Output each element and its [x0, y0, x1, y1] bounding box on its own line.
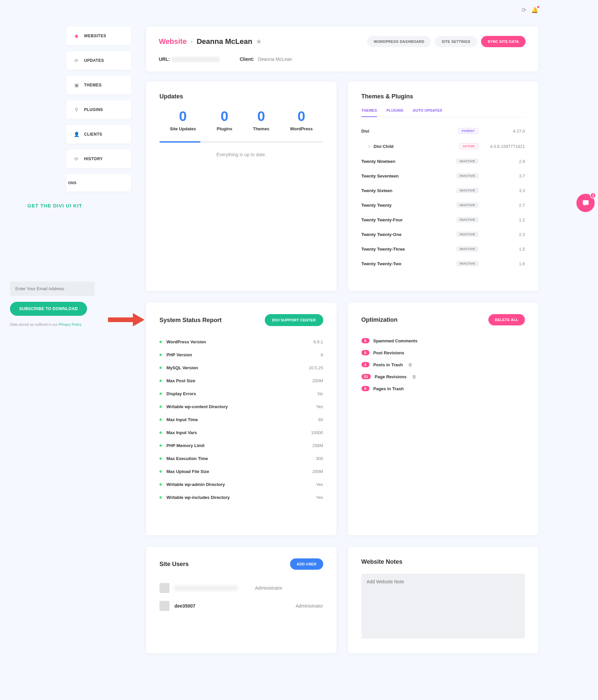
optimization-row: 0Pages in Trash: [361, 382, 525, 395]
sidebar-item-label: THEMES: [84, 83, 102, 88]
avatar: [159, 601, 170, 611]
optimization-title: Optimization: [361, 317, 398, 323]
status-name: PHP Version: [166, 352, 320, 357]
status-dot-icon: [159, 470, 162, 473]
stat-number: 0: [253, 108, 269, 124]
breadcrumb-root[interactable]: Website: [159, 37, 187, 46]
status-name: WordPress Version: [166, 340, 314, 344]
tab-auto-updates[interactable]: AUTO UPDATES: [413, 108, 442, 117]
tab-themes[interactable]: THEMES: [361, 108, 378, 117]
trash-icon[interactable]: 🗑: [412, 374, 416, 379]
sidebar-item-partial[interactable]: ONS: [67, 174, 131, 192]
status-name: Writable wp-includes Directory: [166, 495, 316, 500]
tab-plugins[interactable]: PLUGINS: [386, 108, 403, 117]
theme-row[interactable]: Twenty Twenty-FourINACTIVE1.2: [361, 212, 525, 227]
sidebar-item-label: WEBSITES: [84, 33, 106, 38]
status-row: Writable wp-admin DirectoryYes: [159, 478, 323, 491]
sidebar-item-updates[interactable]: ⟳UPDATES: [67, 51, 131, 70]
stat-label: Site Updates: [170, 126, 196, 131]
status-row: WordPress Version6.6.1: [159, 335, 323, 348]
subscribe-button[interactable]: SUBSCRIBE TO DOWNLOAD: [10, 302, 87, 316]
delete-all-button[interactable]: DELETE ALL: [488, 314, 525, 325]
status-badge: INACTIVE: [457, 261, 478, 266]
status-badge: INACTIVE: [457, 188, 478, 193]
stat-label: WordPress: [290, 126, 313, 131]
optimization-row: 0Post Revisions: [361, 347, 525, 359]
status-name: Writable wp-admin Directory: [166, 482, 316, 487]
notes-title: Website Notes: [361, 558, 525, 566]
theme-row[interactable]: Twenty Twenty-TwoINACTIVE1.8: [361, 256, 525, 271]
theme-row[interactable]: Twenty SixteenINACTIVE3.3: [361, 183, 525, 198]
status-name: MySQL Version: [166, 365, 309, 370]
theme-row[interactable]: Twenty Twenty-OneINACTIVE2.3: [361, 227, 525, 242]
star-icon[interactable]: ★: [256, 38, 261, 45]
site-settings-button[interactable]: SITE SETTINGS: [435, 36, 477, 47]
sidebar-item-themes[interactable]: ▣THEMES: [67, 76, 131, 94]
user-row[interactable]: Administrator: [159, 579, 323, 597]
user-role: Administrator: [242, 585, 282, 591]
user-icon: 👤: [74, 132, 79, 137]
refresh-icon[interactable]: ⟳: [522, 7, 526, 14]
refresh-icon: ⟳: [74, 156, 79, 161]
system-status-title: System Status Report: [159, 317, 222, 324]
opt-count-badge: 0: [361, 386, 369, 391]
status-value: Yes: [316, 482, 323, 487]
status-dot-icon: [159, 393, 162, 395]
status-row: Max Execution Time300: [159, 452, 323, 465]
opt-label: Pages in Trash: [373, 386, 404, 391]
status-row: Writable wp-content DirectoryYes: [159, 400, 323, 413]
theme-version: 1.2: [488, 217, 525, 222]
status-dot-icon: [159, 354, 162, 356]
trash-icon[interactable]: 🗑: [408, 362, 412, 367]
theme-row[interactable]: ↳Divi ChildACTIVE4.5.6.1597771821: [361, 139, 525, 154]
theme-version: 4.27.0: [488, 129, 525, 134]
status-row: Max Post Size200M: [159, 374, 323, 387]
wp-dashboard-button[interactable]: WORDPRESS DASHBOARD: [367, 36, 431, 47]
theme-name: Twenty Twenty-Two: [361, 261, 457, 266]
user-row[interactable]: dee35007Administrator: [159, 597, 323, 615]
intercom-launcher[interactable]: 3: [576, 194, 595, 212]
notes-input[interactable]: [361, 574, 525, 639]
theme-row[interactable]: Twenty TwentyINACTIVE2.7: [361, 198, 525, 212]
update-stat: 0Themes: [253, 108, 269, 131]
website-notes-card: Website Notes: [348, 547, 539, 653]
bell-icon[interactable]: 🔔: [531, 7, 538, 14]
divi-support-center-button[interactable]: DIVI SUPPORT CENTER: [265, 314, 323, 326]
stat-number: 0: [170, 108, 196, 124]
opt-count-badge: 2: [361, 362, 369, 367]
status-name: Writable wp-content Directory: [166, 404, 316, 409]
status-value: 10.5.25: [309, 365, 323, 370]
status-value: 200M: [312, 378, 323, 383]
status-badge: ACTIVE: [459, 143, 478, 149]
sidebar-item-plugins[interactable]: ⚲PLUGINS: [67, 100, 131, 119]
theme-row[interactable]: DiviPARENT4.27.0: [361, 123, 525, 139]
sidebar-item-history[interactable]: ⟳HISTORY: [67, 150, 131, 168]
sidebar-item-clients[interactable]: 👤CLIENTS: [67, 125, 131, 144]
status-name: Max Input Vars: [166, 430, 311, 435]
add-user-button[interactable]: ADD USER: [290, 558, 323, 570]
progress-bar: [159, 141, 323, 143]
status-dot-icon: [159, 444, 162, 447]
sync-site-data-button[interactable]: SYNC SITE DATA: [481, 36, 526, 47]
email-field[interactable]: [10, 281, 95, 296]
sidebar-item-label: HISTORY: [84, 156, 103, 161]
status-value: Yes: [316, 404, 323, 409]
opt-count-badge: 0: [361, 338, 369, 343]
policy-link[interactable]: Privacy Policy: [59, 322, 81, 326]
status-dot-icon: [159, 367, 162, 369]
globe-icon: ◉: [74, 33, 79, 39]
avatar: [159, 583, 170, 593]
status-name: PHP Memory Limit: [166, 443, 312, 448]
theme-row[interactable]: Twenty NineteenINACTIVE2.9: [361, 154, 525, 169]
theme-row[interactable]: Twenty Twenty-ThreeINACTIVE1.5: [361, 242, 525, 256]
status-row: Display ErrorsNo: [159, 387, 323, 400]
updates-card: Updates 0Site Updates0Plugins0Themes0Wor…: [146, 81, 337, 291]
theme-name: Twenty Seventeen: [361, 174, 457, 178]
optimization-row: 2Posts in Trash🗑: [361, 359, 525, 371]
status-name: Max Upload File Size: [166, 469, 312, 474]
status-row: PHP Version8: [159, 348, 323, 361]
themes-plugins-title: Themes & Plugins: [361, 93, 525, 100]
sidebar-item-websites[interactable]: ◉WEBSITES: [67, 27, 131, 45]
theme-row[interactable]: Twenty SeventeenINACTIVE3.7: [361, 169, 525, 183]
breadcrumb-current: Deanna McLean: [197, 37, 253, 46]
